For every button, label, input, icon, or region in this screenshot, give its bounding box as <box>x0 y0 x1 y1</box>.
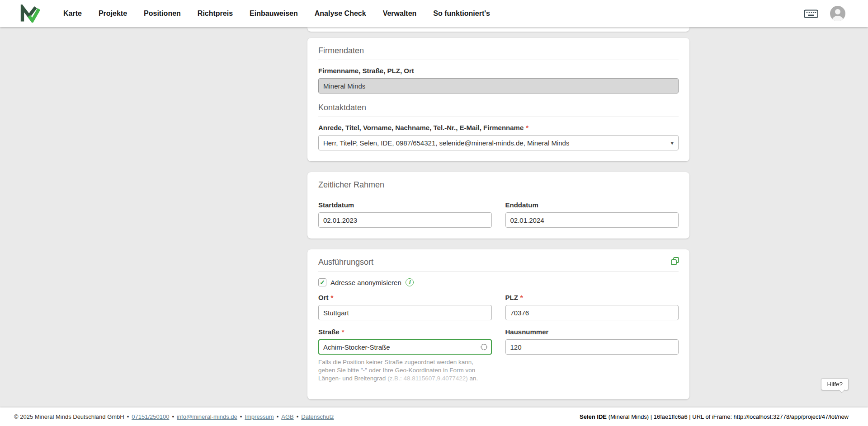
copyright-text: © 2025 Mineral Minds Deutschland GmbH <box>14 413 124 420</box>
help-text-hint: (z.B.: 48.8115607,9.4077422) <box>387 375 468 382</box>
contact-select-value: Herr, TitelP, Selen, IDE, 0987/654321, s… <box>323 139 569 147</box>
section-title-zeitlicher-rahmen: Zeitlicher Rahmen <box>318 180 679 190</box>
form-column: Firmendaten Firmenname, Straße, PLZ, Ort… <box>307 27 689 407</box>
strasse-help-text: Falls die Position keiner Straße zugeord… <box>318 358 492 382</box>
card-partial-top <box>307 27 689 32</box>
agb-link[interactable]: AGB <box>281 413 293 420</box>
anonymize-row: ✓ Adresse anonymisieren i <box>318 278 679 286</box>
logo[interactable] <box>20 5 40 23</box>
section-title-ausfuehrungsort: Ausführungsort <box>318 257 679 267</box>
enddatum-input[interactable] <box>505 212 679 228</box>
nav-right <box>804 6 845 21</box>
user-avatar[interactable] <box>830 6 845 21</box>
divider <box>318 60 679 60</box>
nav-item-projekte[interactable]: Projekte <box>99 9 127 18</box>
divider <box>318 271 679 272</box>
nav-item-positionen[interactable]: Positionen <box>144 9 181 18</box>
separator: • <box>277 413 279 420</box>
strasse-hausnummer-row: Straße* Falls die Position keiner Straße… <box>318 328 679 389</box>
logo-icon <box>20 5 40 23</box>
footer-left: © 2025 Mineral Minds Deutschland GmbH • … <box>14 413 334 420</box>
card-ausfuehrungsort: Ausführungsort ✓ Adresse anonymisieren i <box>307 249 689 399</box>
startdatum-field: Startdatum <box>318 201 492 228</box>
contact-select[interactable]: Herr, TitelP, Selen, IDE, 0987/654321, s… <box>318 135 679 150</box>
nav-item-analyse-check[interactable]: Analyse Check <box>315 9 366 18</box>
footer: © 2025 Mineral Minds Deutschland GmbH • … <box>0 407 868 426</box>
divider <box>318 117 679 117</box>
strasse-input[interactable] <box>318 339 492 355</box>
info-glyph: i <box>408 280 410 285</box>
separator: • <box>297 413 299 420</box>
ide-info: (Mineral Minds) | 16fae1ffc6a6 | URL of … <box>607 413 849 420</box>
separator: • <box>240 413 242 420</box>
keyboard-icon[interactable] <box>804 9 818 18</box>
date-fields: Startdatum Enddatum <box>318 201 679 228</box>
top-nav: Karte Projekte Positionen Richtpreis Ein… <box>0 0 868 27</box>
plz-field: PLZ* <box>505 294 679 320</box>
user-icon <box>830 6 845 21</box>
contact-label-row: Anrede, Titel, Vorname, Nachname, Tel.-N… <box>318 124 679 132</box>
startdatum-input[interactable] <box>318 212 492 228</box>
enddatum-label: Enddatum <box>505 201 538 209</box>
datenschutz-link[interactable]: Datenschutz <box>301 413 334 420</box>
separator: • <box>172 413 174 420</box>
card-firmendaten: Firmendaten Firmenname, Straße, PLZ, Ort… <box>307 38 689 161</box>
footer-right: Selen IDE (Mineral Minds) | 16fae1ffc6a6… <box>580 413 849 420</box>
nav-item-so-funktionierts[interactable]: So funktioniert's <box>433 9 490 18</box>
chevron-down-icon: ▾ <box>670 140 674 146</box>
anonymize-checkbox[interactable]: ✓ <box>318 278 326 286</box>
ort-label: Ort <box>318 294 329 301</box>
phone-link[interactable]: 07151/250100 <box>132 413 169 420</box>
hausnummer-field: Hausnummer <box>505 328 679 389</box>
ort-field: Ort* <box>318 294 492 320</box>
required-marker: * <box>526 124 528 131</box>
required-marker: * <box>520 294 523 301</box>
help-text-part2: an. <box>468 375 478 382</box>
anonymize-label: Adresse anonymisieren <box>330 279 401 286</box>
nav-item-karte[interactable]: Karte <box>63 9 82 18</box>
hausnummer-label: Hausnummer <box>505 328 549 336</box>
help-button[interactable]: Hilfe? <box>821 378 849 390</box>
contact-label: Anrede, Titel, Vorname, Nachname, Tel.-N… <box>318 124 524 131</box>
hausnummer-input[interactable] <box>505 339 679 355</box>
nav-item-richtpreis[interactable]: Richtpreis <box>198 9 233 18</box>
plz-label: PLZ <box>505 294 518 301</box>
strasse-input-wrap <box>318 339 492 355</box>
company-input <box>318 78 679 94</box>
required-marker: * <box>331 294 334 301</box>
required-marker: * <box>342 328 344 336</box>
card-zeitlicher-rahmen: Zeitlicher Rahmen Startdatum Enddatum <box>307 172 689 239</box>
check-icon: ✓ <box>320 279 325 286</box>
nav-item-verwalten[interactable]: Verwalten <box>383 9 417 18</box>
ort-input[interactable] <box>318 305 492 320</box>
info-icon[interactable]: i <box>406 278 414 286</box>
ort-plz-row: Ort* PLZ* <box>318 294 679 320</box>
divider <box>318 194 679 194</box>
strasse-label: Straße <box>318 328 340 336</box>
enddatum-field: Enddatum <box>505 201 679 228</box>
startdatum-label: Startdatum <box>318 201 354 209</box>
nav-item-einbauweisen[interactable]: Einbauweisen <box>250 9 298 18</box>
ide-name: Selen IDE <box>580 413 607 420</box>
separator: • <box>127 413 129 420</box>
copy-icon[interactable] <box>670 257 679 266</box>
plz-input[interactable] <box>505 305 679 320</box>
company-label: Firmenname, Straße, PLZ, Ort <box>318 67 414 75</box>
section-title-kontaktdaten: Kontaktdaten <box>318 103 679 112</box>
section-title-firmendaten: Firmendaten <box>318 46 679 56</box>
loading-spinner-icon <box>480 343 488 351</box>
impressum-link[interactable]: Impressum <box>245 413 274 420</box>
strasse-field: Straße* Falls die Position keiner Straße… <box>318 328 492 389</box>
company-label-row: Firmenname, Straße, PLZ, Ort <box>318 67 679 75</box>
email-link[interactable]: info@mineral-minds.de <box>177 413 237 420</box>
main-nav: Karte Projekte Positionen Richtpreis Ein… <box>63 9 804 18</box>
main-content: Firmendaten Firmenname, Straße, PLZ, Ort… <box>0 27 868 407</box>
